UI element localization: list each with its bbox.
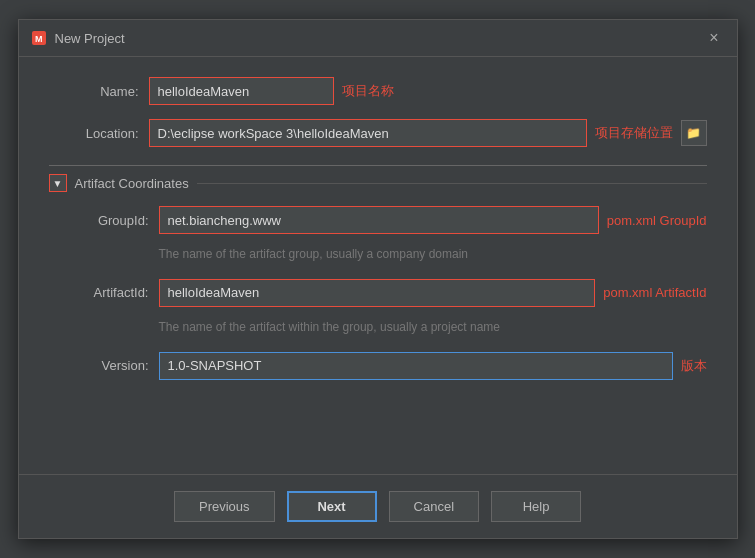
- app-icon: M: [31, 30, 47, 46]
- name-input[interactable]: [150, 78, 334, 104]
- dialog-content: Name: 项目名称 Location: 项目存储位置 📁: [19, 57, 737, 474]
- artifactid-input-wrapper: [159, 279, 596, 307]
- cancel-button[interactable]: Cancel: [389, 491, 479, 522]
- groupid-annotation: pom.xml GroupId: [607, 213, 707, 228]
- location-input-wrapper: [149, 119, 587, 147]
- artifactid-input-group: pom.xml ArtifactId: [159, 279, 707, 307]
- groupid-input[interactable]: [160, 207, 598, 233]
- name-input-wrapper: [149, 77, 334, 105]
- version-annotation: 版本: [681, 357, 707, 375]
- folder-icon: 📁: [686, 126, 701, 140]
- dialog-footer: Previous Next Cancel Help: [19, 474, 737, 538]
- version-input-wrapper: [159, 352, 673, 380]
- artifactid-label: ArtifactId:: [59, 285, 149, 300]
- location-input-group: 项目存储位置 📁: [149, 119, 707, 147]
- artifact-section-title: Artifact Coordinates: [75, 176, 189, 191]
- new-project-dialog: M New Project × Name: 项目名称 Location:: [18, 19, 738, 539]
- next-button[interactable]: Next: [287, 491, 377, 522]
- artifactid-annotation: pom.xml ArtifactId: [603, 285, 706, 300]
- location-row: Location: 项目存储位置 📁: [49, 119, 707, 147]
- version-input[interactable]: [160, 353, 672, 379]
- previous-button[interactable]: Previous: [174, 491, 275, 522]
- artifactid-hint: The name of the artifact within the grou…: [159, 319, 707, 336]
- collapse-button[interactable]: ▼: [49, 174, 67, 192]
- artifactid-row: ArtifactId: pom.xml ArtifactId: [59, 279, 707, 307]
- collapse-icon: ▼: [53, 178, 63, 189]
- close-button[interactable]: ×: [703, 28, 724, 48]
- groupid-input-group: pom.xml GroupId: [159, 206, 707, 234]
- name-row: Name: 项目名称: [49, 77, 707, 105]
- help-button[interactable]: Help: [491, 491, 581, 522]
- version-row: Version: 版本: [59, 352, 707, 380]
- artifact-content: GroupId: pom.xml GroupId The name of the…: [49, 206, 707, 380]
- location-input[interactable]: [150, 120, 586, 146]
- groupid-hint: The name of the artifact group, usually …: [159, 246, 707, 263]
- version-label: Version:: [59, 358, 149, 373]
- name-label: Name:: [49, 84, 139, 99]
- groupid-input-wrapper: [159, 206, 599, 234]
- groupid-row: GroupId: pom.xml GroupId: [59, 206, 707, 234]
- version-input-group: 版本: [159, 352, 707, 380]
- artifact-section-header: ▼ Artifact Coordinates: [49, 165, 707, 192]
- dialog-title: New Project: [55, 31, 696, 46]
- browse-button[interactable]: 📁: [681, 120, 707, 146]
- section-divider: [197, 183, 707, 184]
- title-bar: M New Project ×: [19, 20, 737, 57]
- location-annotation: 项目存储位置: [595, 124, 673, 142]
- svg-text:M: M: [35, 34, 43, 44]
- name-input-group: 项目名称: [149, 77, 707, 105]
- name-annotation: 项目名称: [342, 82, 394, 100]
- artifactid-input[interactable]: [160, 280, 595, 306]
- location-label: Location:: [49, 126, 139, 141]
- groupid-label: GroupId:: [59, 213, 149, 228]
